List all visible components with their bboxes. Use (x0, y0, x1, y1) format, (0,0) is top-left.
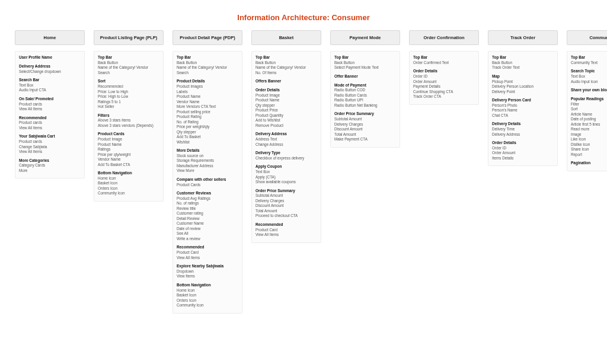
group-items: Back ButtonTrack Order Text (492, 60, 554, 71)
column-basket: BasketTop BarBack ButtonName of the Cate… (251, 30, 321, 314)
column-header: Payment Mode (330, 30, 400, 45)
group-item: Add To Basket CTA (98, 162, 159, 168)
group-item: Product Image (255, 93, 317, 98)
ia-group: Top BarBack ButtonSelect Payment Mode Te… (334, 55, 396, 71)
group-item: Subtotal Amount (334, 117, 396, 122)
group-item: Subtotal Amount (255, 193, 317, 199)
group-items: Order Confirmed Text (413, 60, 475, 66)
ia-group: Search BarText BoxAudio Input CTA (19, 78, 81, 93)
group-items: Pickup PointDelivery Person LocationDeli… (492, 79, 554, 95)
group-item: Audio Input CTA (19, 88, 81, 93)
group-title: Sort (98, 79, 159, 84)
group-items: Product ImageProduct NameQty stepperProd… (255, 93, 317, 129)
group-item: Pickup Point (492, 79, 554, 85)
group-item: Address Text (255, 137, 317, 142)
ia-group: On Sale/ PromotedProduct cardsView All I… (19, 97, 81, 112)
ia-group: Delivery DetailsDelivery TimeDelivery Ad… (492, 122, 554, 137)
group-item: Change Address (255, 142, 317, 148)
ia-group: Top BarBack ButtonName of the Category/ … (255, 55, 317, 75)
group-items: Order IDOrder AmountItems Details (492, 146, 554, 161)
group-item: Person's Name (492, 108, 554, 113)
group-item: Above 3 stars items (98, 118, 159, 123)
group-item: Back Button (255, 60, 317, 66)
group-title: Delivery Address (255, 132, 317, 137)
group-item: Order Confirmed Text (413, 60, 475, 66)
ia-group: Top BarBack ButtonName of the Category/ … (177, 55, 238, 75)
ia-group: Top BarBack ButtonTrack Order Text (492, 55, 554, 71)
group-title: Explore Nearby Sabjiwala (177, 264, 238, 269)
group-item: Delivery Person Location (492, 84, 554, 90)
group-item: Search (177, 71, 238, 76)
group-item: Product cards (19, 102, 81, 107)
group-item: Read more (571, 127, 607, 132)
column-body: Top BarBack ButtonName of the Category/ … (94, 51, 164, 202)
group-title: Offer Banner (334, 74, 396, 79)
group-title: Order Details (255, 88, 317, 93)
group-item: Items Details (492, 156, 554, 161)
group-title: Delivery Address (19, 64, 81, 69)
group-item: Recommended (98, 84, 159, 90)
group-item: Product Card (177, 250, 238, 256)
group-item: Product cards (19, 120, 81, 126)
group-items: Above 3 stars itemsAbove 3 stars vendors… (98, 118, 159, 128)
ia-group: Delivery TypeCheckbox of express deliver… (255, 151, 317, 161)
group-title: Mode of Payment (334, 83, 396, 88)
group-title: Delivery Type (255, 151, 317, 156)
group-title: Order Price Summary (334, 111, 396, 117)
group-item: Dislike Icon (571, 142, 607, 148)
group-item: View All Items (177, 256, 238, 261)
group-title: User Profile Name (19, 55, 81, 60)
group-title: Top Bar (255, 55, 317, 60)
ia-group: Top BarBack ButtonName of the Category/ … (98, 55, 159, 75)
group-title: Compare with other sellers (177, 177, 238, 183)
group-item: Order ID (492, 146, 554, 151)
group-item: Category Cards (19, 163, 81, 168)
group-items: Back ButtonSelect Payment Mode Text (334, 60, 396, 71)
group-items: Category CardsMore (19, 163, 81, 173)
group-item: Show available coupons (255, 180, 317, 185)
group-items: RecommendedPrice: Low to HighPrice: High… (98, 84, 159, 110)
group-item: Labels (177, 90, 238, 95)
group-item: Remove Product (255, 123, 317, 129)
group-item: Product Images (177, 84, 238, 90)
group-title: Delivery Person Card (492, 98, 554, 103)
group-item: Delivery Time (492, 127, 554, 132)
group-item: Product Rating (177, 114, 238, 120)
group-item: Back Button (492, 60, 554, 66)
column-body: Top BarCommunity TextSearch TopicText Bo… (567, 51, 607, 171)
group-title: Top Bar (571, 55, 607, 60)
ia-group: RecommendedProduct CardView All Items (177, 245, 238, 260)
group-item: Orders Icon (177, 298, 238, 304)
ia-group: Delivery AddressAddress TextChange Addre… (255, 132, 317, 147)
group-title: Offers Banner (255, 79, 317, 84)
group-item: Share Icon (571, 147, 607, 152)
group-item: Discount Amount (255, 203, 317, 209)
group-items: Product cardsChange SabjiwlaView All Ite… (19, 139, 81, 155)
column-confirmation: Order ConfirmationTop BarOrder Confirmed… (409, 30, 479, 314)
ia-group: Delivery AddressSelect/Change dropdown (19, 64, 81, 74)
group-item: See All (177, 231, 238, 237)
group-title: Your Sabjiwala Cart (19, 134, 81, 139)
group-item: Community Icon (98, 191, 159, 196)
group-item: Text Box (571, 74, 607, 79)
group-item: Person's Photo (492, 103, 554, 108)
ia-group: Your Sabjiwala CartProduct cardsChange S… (19, 134, 81, 154)
column-header: Product Detail Page (PDP) (172, 30, 242, 45)
group-item: Home Icon (177, 288, 238, 293)
group-item: Article Name (571, 112, 607, 117)
group-item: Product selling price (177, 110, 238, 115)
group-item: Price: Low to High (98, 90, 159, 95)
group-item: Wishlist (177, 140, 238, 145)
group-items: Stock source onStorage RequirementsManuf… (177, 154, 238, 174)
group-item: Product Image (98, 137, 159, 142)
group-title: Recommended (19, 116, 81, 121)
group-item: Price per weight/qty (177, 124, 238, 130)
group-item: Apply (CTA) (255, 175, 317, 180)
group-title: Bottom Navigation (98, 171, 159, 176)
group-items: FilterSortArticle NameDate of postingArt… (571, 102, 607, 158)
group-item: Orders Icon (98, 186, 159, 191)
column-body: Top BarBack ButtonTrack Order TextMapPic… (488, 51, 558, 166)
group-item: Track Order Text (492, 65, 554, 71)
group-item: Community Icon (177, 303, 238, 308)
group-item: Date of posting (571, 117, 607, 122)
